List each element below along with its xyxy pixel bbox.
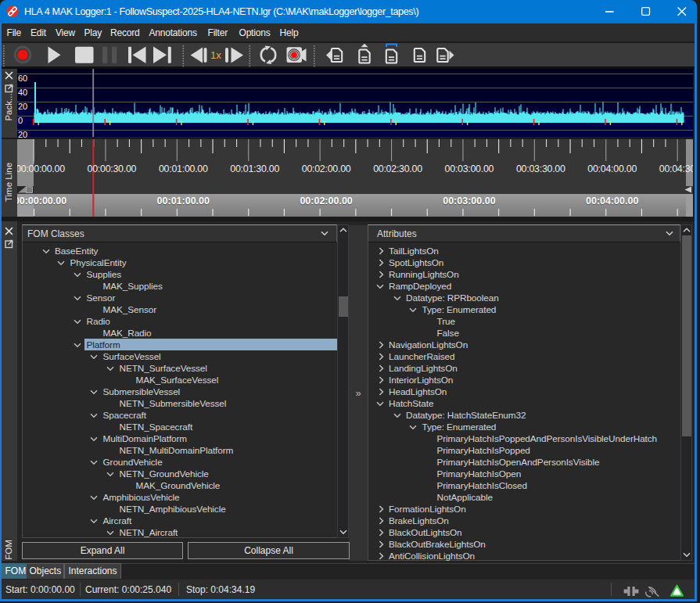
svg-text:1x: 1x [210,49,221,61]
